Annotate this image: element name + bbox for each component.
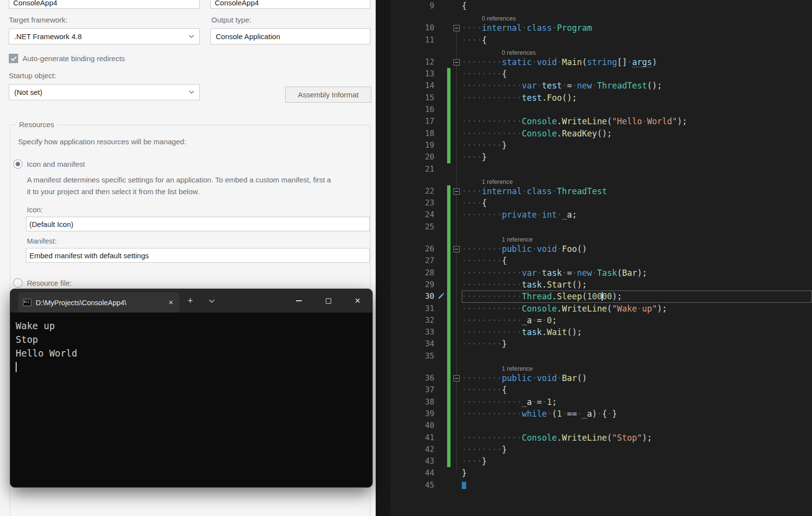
gutter-icon-slot: [435, 104, 446, 115]
codelens-text[interactable]: 0 references: [462, 46, 812, 56]
assembly-name-input[interactable]: ConsoleApp4: [9, 0, 200, 9]
code-text[interactable]: ····}: [462, 151, 812, 163]
code-text[interactable]: [462, 163, 812, 175]
change-tracking-bar: [446, 243, 451, 255]
code-text[interactable]: ····}: [462, 455, 812, 467]
new-tab-button[interactable]: +: [180, 289, 201, 313]
codelens-references[interactable]: 0 references: [482, 14, 516, 22]
auto-generate-binding-redirects-checkbox[interactable]: [9, 54, 18, 63]
change-tracking-bar: [446, 384, 451, 396]
code-text[interactable]: ············test.Foo();: [462, 92, 812, 104]
codelens-text[interactable]: 0 references: [462, 12, 812, 22]
titlebar-drag-area[interactable]: [223, 289, 284, 313]
line-number: 26: [390, 243, 435, 255]
code-text[interactable]: }: [462, 467, 812, 479]
code-text[interactable]: ········{: [462, 384, 812, 396]
code-text[interactable]: ············Console.ReadKey();: [462, 128, 812, 139]
change-tracking-bar: [446, 139, 451, 151]
code-text[interactable]: ············_a·=·1;: [462, 396, 812, 408]
change-tracking-bar: [446, 80, 451, 91]
target-framework-select[interactable]: .NET Framework 4.8: [9, 28, 200, 45]
manifest-input[interactable]: Embed manifest with default settings: [26, 248, 370, 263]
code-text[interactable]: [462, 420, 812, 431]
code-text[interactable]: ········public·void·Foo(): [462, 243, 812, 255]
code-text[interactable]: ········static·void·Main(string[]·args): [462, 56, 812, 68]
terminal-titlebar[interactable]: C:\ D:\MyProjects\ConsoleApp4\ ✕ + ✕: [10, 289, 372, 313]
code-line: 9{: [390, 0, 812, 12]
gutter-icon-slot: [435, 151, 446, 163]
code-text[interactable]: [462, 221, 812, 233]
code-text[interactable]: ············Thread.Sleep(10000);: [462, 291, 812, 302]
fold-margin: [451, 255, 462, 267]
code-text[interactable]: ········private·int·_a;: [462, 209, 812, 221]
terminal-tab[interactable]: C:\ D:\MyProjects\ConsoleApp4\ ✕: [18, 292, 180, 313]
fold-margin: [451, 396, 462, 408]
fold-collapse-button[interactable]: [453, 246, 460, 252]
codelens-references[interactable]: 0 references: [502, 48, 536, 56]
line-number: 40: [390, 420, 435, 431]
codelens-references[interactable]: 1 reference: [502, 235, 533, 243]
editor-left-gutter-strip: [376, 0, 390, 516]
code-text[interactable]: ············Console.WriteLine("Hello·Wor…: [462, 115, 812, 127]
code-text[interactable]: ········{: [462, 68, 812, 80]
terminal-output[interactable]: Wake up Stop Hello World: [10, 313, 372, 372]
code-text[interactable]: [462, 104, 812, 115]
code-text[interactable]: ············Console.WriteLine("Stop");: [462, 432, 812, 444]
line-number: 38: [390, 396, 435, 408]
codelens-references[interactable]: 1 reference: [482, 177, 513, 185]
minimize-button[interactable]: [284, 289, 314, 313]
icon-and-manifest-radio[interactable]: [13, 159, 23, 169]
code-text[interactable]: ············task.Wait();: [462, 326, 812, 338]
codelens-text[interactable]: 1 reference: [462, 362, 812, 372]
code-text[interactable]: ····{: [462, 197, 812, 209]
code-text[interactable]: ············task.Start();: [462, 279, 812, 291]
code-editor[interactable]: 9{0 references10····internal·class·Progr…: [376, 0, 812, 516]
code-line: 10····internal·class·Program: [390, 22, 812, 34]
tab-dropdown-button[interactable]: [201, 289, 223, 313]
code-text[interactable]: [462, 479, 812, 491]
codelens-references[interactable]: 1 reference: [502, 364, 533, 372]
code-text[interactable]: ········}: [462, 338, 812, 350]
code-text[interactable]: ········}: [462, 139, 812, 151]
fold-collapse-button[interactable]: [453, 188, 460, 195]
code-text[interactable]: ····{: [462, 34, 812, 46]
line-number: 34: [390, 338, 435, 350]
codelens-text[interactable]: 1 reference: [462, 233, 812, 243]
default-namespace-input[interactable]: ConsoleApp4: [210, 0, 370, 9]
fold-collapse-button[interactable]: [453, 25, 460, 31]
code-text[interactable]: ········public·void·Bar(): [462, 372, 812, 384]
icon-input[interactable]: (Default Icon): [26, 217, 370, 231]
code-text[interactable]: ············var·task·=·new·Task(Bar);: [462, 267, 812, 279]
code-text[interactable]: ············while·(1·==·_a)·{·}: [462, 408, 812, 420]
fold-collapse-button[interactable]: [453, 375, 460, 381]
code-text[interactable]: ····internal·class·Program: [462, 22, 812, 34]
output-type-select[interactable]: Console Application: [210, 28, 370, 45]
code-text[interactable]: [462, 350, 812, 362]
manifest-label: Manifest:: [27, 237, 57, 245]
code-text[interactable]: ········}: [462, 444, 812, 455]
startup-object-select[interactable]: (Not set): [9, 84, 200, 100]
line-number: 23: [390, 197, 435, 209]
fold-margin: [451, 279, 462, 291]
code-text[interactable]: ············_a·=·0;: [462, 314, 812, 326]
code-text[interactable]: {: [462, 0, 812, 12]
gutter-icon-slot: [435, 12, 446, 22]
tab-close-icon[interactable]: ✕: [167, 299, 175, 306]
resource-file-radio[interactable]: [13, 278, 23, 288]
change-tracking-bar: [446, 104, 451, 115]
code-line: 33············task.Wait();: [390, 326, 812, 338]
code-text[interactable]: ········{: [462, 255, 812, 267]
maximize-button[interactable]: [314, 289, 343, 313]
assembly-information-button[interactable]: Assembly Informat: [285, 87, 371, 103]
code-text[interactable]: ············Console.WriteLine("Wake·up")…: [462, 303, 812, 314]
change-tracking-bar: [446, 432, 451, 444]
fold-margin: [451, 384, 462, 396]
line-number: 19: [390, 139, 435, 151]
code-text[interactable]: ············var·test·=·new·ThreadTest();: [462, 80, 812, 91]
fold-collapse-button[interactable]: [453, 59, 460, 66]
code-text[interactable]: ····internal·class·ThreadTest: [462, 185, 812, 197]
editor-rows: 9{0 references10····internal·class·Progr…: [390, 0, 812, 491]
close-button[interactable]: ✕: [343, 289, 372, 313]
assembly-name-value: ConsoleApp4: [13, 0, 57, 7]
codelens-text[interactable]: 1 reference: [462, 175, 812, 185]
